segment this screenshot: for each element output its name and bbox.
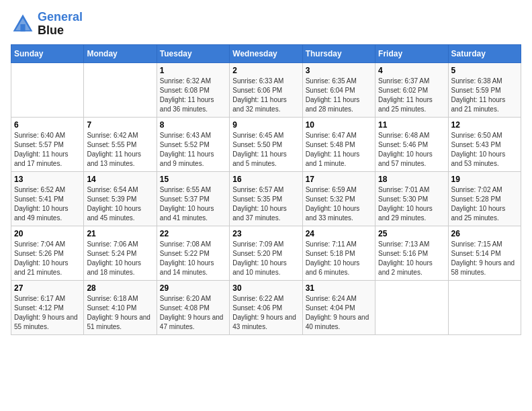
day-number: 23 [232, 229, 299, 238]
day-info: Sunrise: 6:52 AM Sunset: 5:41 PM Dayligh… [14, 185, 81, 223]
days-of-week-row: SundayMondayTuesdayWednesdayThursdayFrid… [11, 44, 521, 62]
calendar-cell: 9Sunrise: 6:45 AM Sunset: 5:50 PM Daylig… [230, 117, 302, 171]
day-number: 20 [14, 229, 81, 238]
calendar-cell: 8Sunrise: 6:43 AM Sunset: 5:52 PM Daylig… [157, 117, 229, 171]
day-info: Sunrise: 6:37 AM Sunset: 6:02 PM Dayligh… [378, 77, 445, 114]
day-number: 25 [378, 229, 445, 238]
calendar-cell: 25Sunrise: 7:13 AM Sunset: 5:16 PM Dayli… [375, 226, 448, 280]
day-info: Sunrise: 6:50 AM Sunset: 5:43 PM Dayligh… [451, 131, 518, 169]
day-number: 5 [451, 66, 518, 75]
day-number: 14 [87, 175, 153, 184]
calendar-cell: 27Sunrise: 6:17 AM Sunset: 4:12 PM Dayli… [11, 280, 84, 334]
day-info: Sunrise: 6:40 AM Sunset: 5:57 PM Dayligh… [14, 131, 81, 169]
day-info: Sunrise: 6:38 AM Sunset: 5:59 PM Dayligh… [451, 77, 518, 114]
day-number: 3 [306, 66, 372, 75]
day-info: Sunrise: 7:09 AM Sunset: 5:20 PM Dayligh… [232, 240, 299, 277]
day-number: 29 [160, 283, 226, 293]
day-number: 18 [378, 175, 445, 184]
calendar-cell: 6Sunrise: 6:40 AM Sunset: 5:57 PM Daylig… [11, 117, 84, 171]
calendar-cell [375, 280, 448, 334]
day-info: Sunrise: 6:20 AM Sunset: 4:08 PM Dayligh… [160, 294, 226, 332]
day-info: Sunrise: 6:35 AM Sunset: 6:04 PM Dayligh… [306, 77, 372, 114]
calendar-cell: 3Sunrise: 6:35 AM Sunset: 6:04 PM Daylig… [302, 62, 375, 117]
day-info: Sunrise: 7:02 AM Sunset: 5:28 PM Dayligh… [451, 185, 518, 223]
day-info: Sunrise: 7:04 AM Sunset: 5:26 PM Dayligh… [14, 240, 81, 277]
day-number: 10 [306, 120, 372, 130]
week-row-1: 1Sunrise: 6:32 AM Sunset: 6:08 PM Daylig… [11, 62, 521, 117]
day-number: 4 [378, 66, 445, 75]
dow-header-tuesday: Tuesday [157, 44, 229, 62]
day-number: 7 [87, 120, 153, 130]
day-info: Sunrise: 6:18 AM Sunset: 4:10 PM Dayligh… [87, 294, 153, 332]
day-info: Sunrise: 7:08 AM Sunset: 5:22 PM Dayligh… [160, 240, 226, 277]
day-info: Sunrise: 6:55 AM Sunset: 5:37 PM Dayligh… [160, 185, 226, 223]
calendar-cell: 13Sunrise: 6:52 AM Sunset: 5:41 PM Dayli… [11, 171, 84, 226]
day-number: 26 [451, 229, 518, 238]
day-info: Sunrise: 6:48 AM Sunset: 5:46 PM Dayligh… [378, 131, 445, 169]
day-number: 24 [306, 229, 372, 238]
week-row-4: 20Sunrise: 7:04 AM Sunset: 5:26 PM Dayli… [11, 226, 521, 280]
day-number: 31 [306, 283, 372, 293]
day-info: Sunrise: 6:59 AM Sunset: 5:32 PM Dayligh… [306, 185, 372, 223]
day-info: Sunrise: 6:43 AM Sunset: 5:52 PM Dayligh… [160, 131, 226, 169]
dow-header-saturday: Saturday [448, 44, 521, 62]
day-number: 27 [14, 283, 81, 293]
day-info: Sunrise: 7:11 AM Sunset: 5:18 PM Dayligh… [306, 240, 372, 277]
day-info: Sunrise: 6:22 AM Sunset: 4:06 PM Dayligh… [232, 294, 299, 332]
day-info: Sunrise: 6:24 AM Sunset: 4:04 PM Dayligh… [306, 294, 372, 332]
logo-icon [11, 12, 35, 36]
calendar-cell [448, 280, 521, 334]
day-info: Sunrise: 6:42 AM Sunset: 5:55 PM Dayligh… [87, 131, 153, 169]
day-number: 12 [451, 120, 518, 130]
calendar-cell: 29Sunrise: 6:20 AM Sunset: 4:08 PM Dayli… [157, 280, 229, 334]
day-number: 1 [160, 66, 226, 75]
calendar-cell: 31Sunrise: 6:24 AM Sunset: 4:04 PM Dayli… [302, 280, 375, 334]
calendar-cell: 5Sunrise: 6:38 AM Sunset: 5:59 PM Daylig… [448, 62, 521, 117]
calendar-cell: 1Sunrise: 6:32 AM Sunset: 6:08 PM Daylig… [157, 62, 229, 117]
svg-rect-2 [20, 24, 25, 32]
dow-header-friday: Friday [375, 44, 448, 62]
week-row-3: 13Sunrise: 6:52 AM Sunset: 5:41 PM Dayli… [11, 171, 521, 226]
calendar-cell [84, 62, 157, 117]
calendar-cell: 14Sunrise: 6:54 AM Sunset: 5:39 PM Dayli… [84, 171, 157, 226]
day-info: Sunrise: 6:57 AM Sunset: 5:35 PM Dayligh… [232, 185, 299, 223]
week-row-5: 27Sunrise: 6:17 AM Sunset: 4:12 PM Dayli… [11, 280, 521, 334]
day-number: 8 [160, 120, 226, 130]
dow-header-wednesday: Wednesday [230, 44, 302, 62]
calendar-cell: 20Sunrise: 7:04 AM Sunset: 5:26 PM Dayli… [11, 226, 84, 280]
calendar-cell: 10Sunrise: 6:47 AM Sunset: 5:48 PM Dayli… [302, 117, 375, 171]
day-info: Sunrise: 6:47 AM Sunset: 5:48 PM Dayligh… [306, 131, 372, 169]
calendar-cell: 21Sunrise: 7:06 AM Sunset: 5:24 PM Dayli… [84, 226, 157, 280]
day-number: 22 [160, 229, 226, 238]
calendar-cell [11, 62, 84, 117]
day-number: 6 [14, 120, 81, 130]
calendar-cell: 16Sunrise: 6:57 AM Sunset: 5:35 PM Dayli… [230, 171, 302, 226]
day-number: 15 [160, 175, 226, 184]
calendar-cell: 26Sunrise: 7:15 AM Sunset: 5:14 PM Dayli… [448, 226, 521, 280]
day-number: 2 [232, 66, 299, 75]
calendar-cell: 2Sunrise: 6:33 AM Sunset: 6:06 PM Daylig… [230, 62, 302, 117]
day-info: Sunrise: 7:06 AM Sunset: 5:24 PM Dayligh… [87, 240, 153, 277]
week-row-2: 6Sunrise: 6:40 AM Sunset: 5:57 PM Daylig… [11, 117, 521, 171]
day-info: Sunrise: 7:01 AM Sunset: 5:30 PM Dayligh… [378, 185, 445, 223]
calendar-cell: 30Sunrise: 6:22 AM Sunset: 4:06 PM Dayli… [230, 280, 302, 334]
calendar-cell: 7Sunrise: 6:42 AM Sunset: 5:55 PM Daylig… [84, 117, 157, 171]
dow-header-sunday: Sunday [11, 44, 84, 62]
calendar-cell: 12Sunrise: 6:50 AM Sunset: 5:43 PM Dayli… [448, 117, 521, 171]
calendar-cell: 11Sunrise: 6:48 AM Sunset: 5:46 PM Dayli… [375, 117, 448, 171]
calendar-cell: 22Sunrise: 7:08 AM Sunset: 5:22 PM Dayli… [157, 226, 229, 280]
dow-header-thursday: Thursday [302, 44, 375, 62]
day-info: Sunrise: 6:45 AM Sunset: 5:50 PM Dayligh… [232, 131, 299, 169]
calendar-cell: 28Sunrise: 6:18 AM Sunset: 4:10 PM Dayli… [84, 280, 157, 334]
day-number: 17 [306, 175, 372, 184]
day-number: 28 [87, 283, 153, 293]
logo-text: General Blue [38, 11, 83, 38]
day-number: 21 [87, 229, 153, 238]
day-info: Sunrise: 6:54 AM Sunset: 5:39 PM Dayligh… [87, 185, 153, 223]
day-info: Sunrise: 6:17 AM Sunset: 4:12 PM Dayligh… [14, 294, 81, 332]
day-info: Sunrise: 7:15 AM Sunset: 5:14 PM Dayligh… [451, 240, 518, 277]
dow-header-monday: Monday [84, 44, 157, 62]
day-info: Sunrise: 6:32 AM Sunset: 6:08 PM Dayligh… [160, 77, 226, 114]
day-number: 13 [14, 175, 81, 184]
calendar-cell: 18Sunrise: 7:01 AM Sunset: 5:30 PM Dayli… [375, 171, 448, 226]
